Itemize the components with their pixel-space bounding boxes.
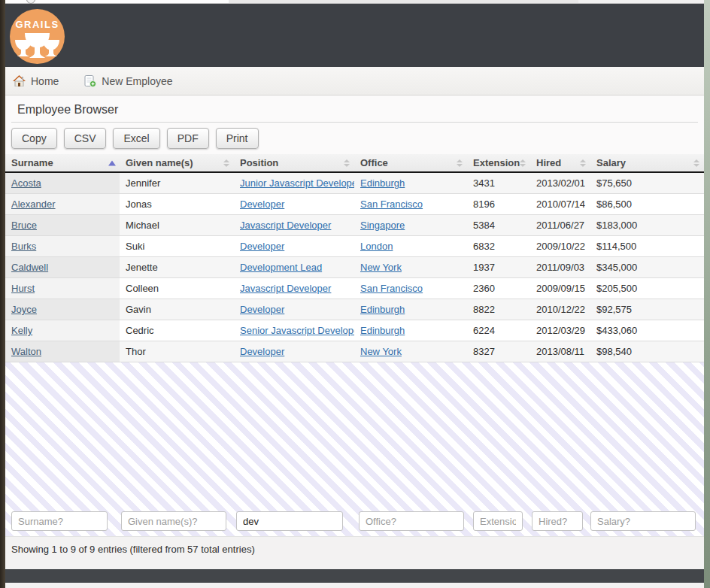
- position-link[interactable]: Javascript Developer: [240, 220, 331, 231]
- office-link[interactable]: Singapore: [360, 220, 405, 231]
- surname-link[interactable]: Acosta: [11, 177, 41, 189]
- position-filter-input[interactable]: [236, 511, 343, 531]
- table-row: AlexanderJonasDeveloperSan Francisco8196…: [5, 194, 704, 215]
- table-row: WaltonThorDeveloperNew York83272013/08/1…: [5, 341, 704, 362]
- copy-button[interactable]: Copy: [11, 128, 57, 149]
- striped-background-zone: [5, 362, 704, 536]
- given-names-filter-input[interactable]: [121, 511, 226, 531]
- cell-hired: 2010/07/14: [530, 194, 590, 215]
- cell-office: Edinburgh: [354, 172, 467, 194]
- position-link[interactable]: Developer: [240, 241, 284, 252]
- surname-link[interactable]: Bruce: [11, 220, 37, 231]
- position-link[interactable]: Senior Javascript Developer: [240, 325, 354, 336]
- column-label: Hired: [536, 157, 561, 168]
- cell-surname: Kelly: [5, 320, 120, 341]
- cell-position: Senior Javascript Developer: [234, 320, 354, 341]
- surname-link[interactable]: Burks: [11, 241, 36, 252]
- new-employee-icon: [84, 75, 96, 87]
- cell-surname: Acosta: [5, 172, 120, 194]
- table-row: AcostaJenniferJunior Javascript Develope…: [5, 172, 704, 194]
- cell-salary: $433,060: [590, 320, 704, 341]
- office-link[interactable]: San Francisco: [360, 283, 423, 294]
- home-icon: [13, 75, 26, 86]
- office-link[interactable]: Edinburgh: [360, 177, 405, 189]
- column-header-surname[interactable]: Surname: [5, 154, 120, 172]
- column-label: Salary: [596, 157, 626, 168]
- office-link[interactable]: New York: [360, 262, 402, 273]
- cell-given: Jennifer: [120, 172, 234, 194]
- position-link[interactable]: Javascript Developer: [240, 283, 331, 294]
- office-filter-input[interactable]: [359, 511, 464, 531]
- cell-hired: 2011/06/27: [530, 215, 590, 236]
- position-link[interactable]: Junior Javascript Developer: [240, 177, 354, 189]
- office-link[interactable]: London: [360, 241, 393, 252]
- column-header-position[interactable]: Position: [234, 154, 354, 172]
- cell-extension: 8196: [467, 194, 530, 215]
- table-row: CaldwellJenetteDevelopment LeadNew York1…: [5, 257, 704, 278]
- hired-filter-input[interactable]: [532, 511, 583, 531]
- cell-office: New York: [354, 257, 467, 278]
- cell-position: Developer: [234, 341, 354, 362]
- table-row: JoyceGavinDeveloperEdinburgh88222010/12/…: [5, 299, 704, 320]
- office-link[interactable]: Edinburgh: [360, 325, 405, 336]
- cell-salary: $183,000: [590, 215, 704, 236]
- print-button[interactable]: Print: [216, 128, 259, 149]
- surname-link[interactable]: Caldwell: [11, 262, 48, 273]
- cell-salary: $75,650: [590, 172, 704, 194]
- position-link[interactable]: Developer: [240, 199, 284, 210]
- nav-item-home[interactable]: Home: [13, 75, 59, 87]
- cell-position: Javascript Developer: [234, 215, 354, 236]
- cell-given: Gavin: [120, 299, 234, 320]
- table-row: KellyCedricSenior Javascript DeveloperEd…: [5, 320, 704, 341]
- sort-both-icon: [223, 159, 229, 167]
- excel-button[interactable]: Excel: [113, 128, 159, 149]
- surname-link[interactable]: Kelly: [11, 325, 32, 336]
- office-link[interactable]: San Francisco: [360, 199, 423, 210]
- cell-given: Jenette: [120, 257, 234, 278]
- cell-given: Cedric: [120, 320, 234, 341]
- cell-salary: $98,540: [590, 341, 704, 362]
- cell-office: London: [354, 236, 467, 257]
- sort-both-icon: [580, 159, 586, 167]
- column-header-given-names[interactable]: Given name(s): [120, 154, 234, 172]
- cell-extension: 8327: [467, 341, 530, 362]
- csv-button[interactable]: CSV: [64, 128, 107, 149]
- surname-link[interactable]: Joyce: [11, 304, 37, 315]
- cell-hired: 2013/08/11: [530, 341, 590, 362]
- surname-link[interactable]: Hurst: [11, 283, 35, 294]
- surname-filter-input[interactable]: [11, 511, 108, 531]
- salary-filter-input[interactable]: [590, 511, 696, 531]
- extension-filter-input[interactable]: [473, 511, 523, 531]
- column-header-office[interactable]: Office: [354, 154, 467, 172]
- app-window: GRAILS Home N: [5, 0, 704, 588]
- office-link[interactable]: Edinburgh: [360, 304, 405, 315]
- nav-item-new-employee[interactable]: New Employee: [84, 75, 172, 87]
- cell-office: Edinburgh: [354, 299, 467, 320]
- table-row: BruceMichaelJavascript DeveloperSingapor…: [5, 215, 704, 236]
- navbar: Home New Employee: [5, 67, 704, 95]
- export-toolbar: Copy CSV Excel PDF Print: [11, 123, 698, 154]
- cell-hired: 2009/09/15: [530, 278, 590, 299]
- cell-office: Edinburgh: [354, 320, 467, 341]
- position-link[interactable]: Developer: [240, 346, 284, 357]
- column-label: Given name(s): [126, 157, 193, 168]
- sort-both-icon: [693, 159, 699, 167]
- surname-link[interactable]: Walton: [11, 346, 41, 357]
- pdf-button[interactable]: PDF: [167, 128, 209, 149]
- cell-extension: 3431: [467, 172, 530, 194]
- position-link[interactable]: Developer: [240, 304, 284, 315]
- browser-chrome-strip: [5, 0, 704, 4]
- office-link[interactable]: New York: [360, 346, 402, 357]
- cell-surname: Walton: [5, 341, 120, 362]
- cell-salary: $205,500: [590, 278, 704, 299]
- page-title: Employee Browser: [11, 101, 698, 123]
- column-header-salary[interactable]: Salary: [590, 154, 704, 172]
- sort-both-icon: [520, 159, 526, 167]
- cell-hired: 2011/09/03: [530, 257, 590, 278]
- position-link[interactable]: Development Lead: [240, 262, 322, 273]
- column-header-hired[interactable]: Hired: [530, 154, 590, 172]
- cell-extension: 6224: [467, 320, 530, 341]
- cell-salary: $92,575: [590, 299, 704, 320]
- column-header-extension[interactable]: Extension: [467, 154, 530, 172]
- surname-link[interactable]: Alexander: [11, 199, 56, 210]
